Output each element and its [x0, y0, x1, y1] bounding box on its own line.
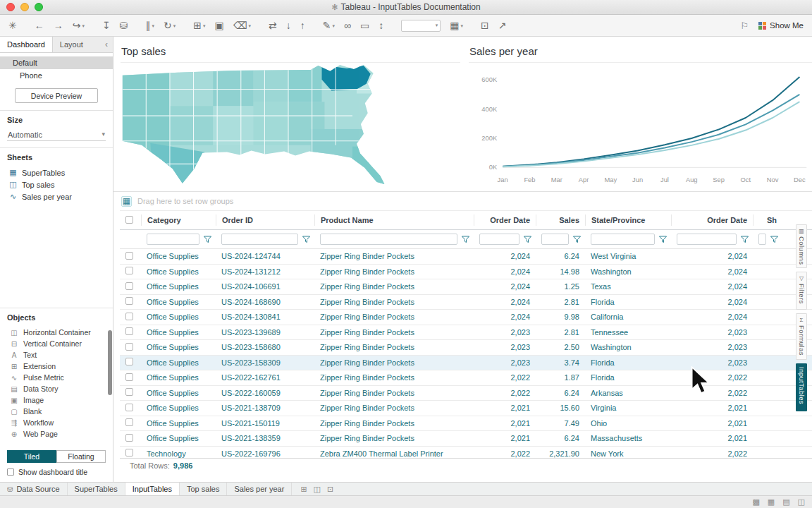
show-filmstrip-icon[interactable]: ▦ [768, 497, 775, 507]
size-select[interactable]: Automatic▾ [7, 129, 106, 141]
object-item-blank[interactable]: ▢Blank [7, 406, 106, 417]
sidebar-sheet-item[interactable]: ∿Sales per year [7, 190, 106, 202]
fix-axes-icon[interactable]: ↕ [379, 20, 383, 30]
select-all-checkbox[interactable] [125, 216, 133, 224]
table-row[interactable]: Office SuppliesUS-2024-131212Zipper Ring… [120, 265, 812, 280]
column-header[interactable]: Sh [753, 214, 782, 226]
side-tab-columns[interactable]: ▥Columns [796, 224, 807, 268]
run-updates-icon[interactable]: ↻▾ [164, 20, 176, 30]
collapse-sidebar-icon[interactable]: ‹ [100, 37, 113, 52]
new-story-icon[interactable]: ⊡ [327, 485, 333, 494]
side-tab-inputtables[interactable]: InputTables [796, 363, 807, 411]
table-row[interactable]: Office SuppliesUS-2023-158680Zipper Ring… [120, 340, 812, 356]
column-header[interactable]: Order Date [671, 214, 753, 226]
column-filter-input[interactable] [591, 234, 655, 245]
filter-funnel-icon[interactable] [302, 236, 310, 243]
tableau-logo-icon[interactable]: ✳ [8, 20, 17, 30]
column-header[interactable]: State/Province [585, 214, 671, 226]
show-dashboard-title-row[interactable]: Show dashboard title [7, 468, 106, 476]
row-checkbox[interactable] [125, 252, 133, 260]
column-filter-input[interactable] [758, 234, 766, 245]
object-item-data-story[interactable]: ▤Data Story [7, 383, 106, 394]
row-checkbox[interactable] [125, 434, 133, 442]
table-row[interactable]: Office SuppliesUS-2021-138359Zipper Ring… [120, 431, 812, 447]
row-checkbox[interactable] [125, 343, 133, 351]
tab-sales-per-year[interactable]: Sales per year [227, 483, 292, 495]
device-preview-button[interactable]: Device Preview [15, 88, 98, 103]
object-item-text[interactable]: AText [7, 349, 106, 361]
zoom-window-button[interactable] [35, 3, 43, 11]
column-header[interactable]: Product Name [314, 214, 474, 226]
filter-funnel-icon[interactable] [770, 236, 778, 243]
presentation-mode-icon[interactable]: ⊡ [481, 20, 489, 30]
side-tab-formulas[interactable]: ΣFormulas [796, 313, 807, 360]
device-item-phone[interactable]: Phone [0, 69, 113, 82]
row-checkbox[interactable] [125, 449, 133, 456]
show-mark-labels-icon[interactable]: ▭ [360, 20, 369, 30]
sort-descending-icon[interactable]: ↑ [300, 20, 305, 30]
tiled-button[interactable]: Tiled [7, 450, 56, 463]
sort-ascending-icon[interactable]: ↓ [286, 20, 291, 30]
row-checkbox[interactable] [125, 373, 133, 381]
table-row[interactable]: Office SuppliesUS-2024-106691Zipper Ring… [120, 279, 812, 295]
row-checkbox[interactable] [125, 388, 133, 396]
filter-funnel-icon[interactable] [659, 236, 667, 243]
column-header[interactable]: Category [141, 214, 216, 226]
object-item-workflow[interactable]: ⇶Workflow [7, 417, 106, 428]
minimize-window-button[interactable] [20, 3, 29, 11]
column-filter-input[interactable] [320, 234, 457, 245]
table-row[interactable]: Office SuppliesUS-2022-160059Zipper Ring… [120, 386, 812, 401]
duplicate-icon[interactable]: ▣ [214, 20, 223, 30]
highlight-icon[interactable]: ✎▾ [323, 20, 335, 30]
table-row[interactable]: Office SuppliesUS-2024-168690Zipper Ring… [120, 295, 812, 310]
sidebar-sheet-item[interactable]: ◫Top sales [7, 179, 106, 190]
pause-updates-icon[interactable]: ∥▾ [145, 20, 154, 30]
show-dashboard-title-checkbox[interactable] [7, 468, 14, 476]
share-icon[interactable]: ↗ [498, 20, 507, 30]
tab-data-source[interactable]: ⛁ Data Source [0, 483, 68, 495]
object-item-extension[interactable]: ⊞Extension [7, 361, 106, 372]
table-row[interactable]: Office SuppliesUS-2021-150119Zipper Ring… [120, 416, 812, 432]
device-item-default[interactable]: Default [0, 56, 113, 69]
sidebar-scrollbar[interactable] [108, 330, 112, 395]
table-row[interactable]: Office SuppliesUS-2021-138709Zipper Ring… [120, 401, 812, 416]
row-checkbox[interactable] [125, 267, 133, 274]
row-checkbox[interactable] [125, 282, 133, 290]
column-filter-input[interactable] [147, 234, 199, 245]
show-me-button[interactable]: Show Me [758, 21, 804, 30]
clear-sheet-icon[interactable]: ⌫▾ [233, 20, 251, 30]
row-checkbox[interactable] [125, 313, 133, 320]
new-data-source-icon[interactable]: ⛁ [120, 20, 128, 30]
column-filter-input[interactable] [221, 234, 298, 245]
floating-button[interactable]: Floating [56, 450, 106, 463]
us-sales-map[interactable] [121, 62, 460, 190]
object-item-web-page[interactable]: ⊕Web Page [7, 428, 106, 440]
table-row[interactable]: Office SuppliesUS-2023-139689Zipper Ring… [120, 325, 812, 341]
column-filter-input[interactable] [541, 234, 569, 245]
table-row[interactable]: TechnologyUS-2022-169796Zebra ZM400 Ther… [120, 447, 812, 459]
fit-select[interactable]: ▾ [401, 20, 441, 32]
filter-funnel-icon[interactable] [573, 236, 581, 243]
sales-line-chart[interactable]: 0K200K400K600KJanFebMarAprMayJunJulAugSe… [469, 62, 812, 190]
column-header[interactable]: Order ID [216, 214, 314, 226]
column-header[interactable]: Order Date [474, 214, 536, 226]
sidebar-sheet-item[interactable]: ▦SuperTables [7, 167, 106, 179]
save-icon[interactable]: ↧ [102, 20, 111, 30]
group-members-icon[interactable]: ∞ [344, 20, 351, 30]
object-item-pulse-metric[interactable]: ∿Pulse Metric [7, 372, 106, 383]
filter-funnel-icon[interactable] [741, 236, 749, 243]
object-item-image[interactable]: ▣Image [7, 394, 106, 406]
tab-layout[interactable]: Layout [53, 37, 90, 52]
redo-icon[interactable]: ↪▾ [73, 20, 85, 30]
column-filter-input[interactable] [479, 234, 519, 245]
filter-funnel-icon[interactable] [204, 236, 211, 243]
object-item-vertical-container[interactable]: ⊟Vertical Container [7, 338, 106, 349]
swap-axes-icon[interactable]: ⇄ [269, 20, 277, 30]
show-tabs-icon[interactable]: ▩ [752, 497, 759, 507]
filter-funnel-icon[interactable] [462, 236, 469, 243]
show-sheet-sorter-icon[interactable]: ▤ [782, 497, 789, 507]
tab-dashboard[interactable]: Dashboard [0, 37, 53, 52]
new-worksheet-icon[interactable]: ⊞▾ [193, 20, 205, 30]
show-hide-cards-icon[interactable]: ▦▾ [450, 20, 463, 30]
side-tab-filters[interactable]: ▽Filters [796, 272, 807, 310]
